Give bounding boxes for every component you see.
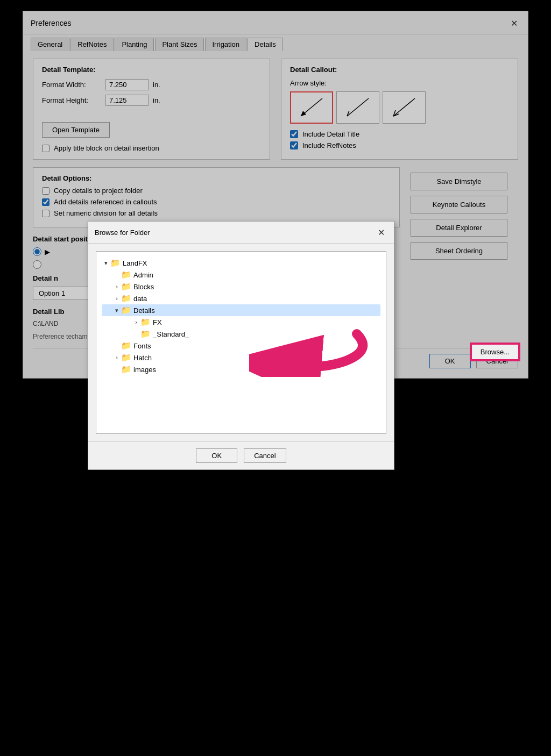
tree-label-data: data: [133, 295, 147, 303]
folder-icon-images: 📁: [121, 365, 131, 374]
browse-footer: OK Cancel: [88, 441, 394, 469]
tree-item-hatch[interactable]: › 📁 Hatch: [102, 352, 380, 363]
tree-item-details[interactable]: ▾ 📁 Details: [102, 304, 380, 316]
browse-cancel-button[interactable]: Cancel: [244, 448, 286, 463]
tree-item-standard[interactable]: 📁 _Standard_: [102, 328, 380, 340]
expand-hatch: ›: [112, 354, 121, 361]
tree-item-admin[interactable]: 📁 Admin: [102, 269, 380, 281]
tree-item-data[interactable]: › 📁 data: [102, 293, 380, 304]
folder-icon-admin: 📁: [121, 270, 131, 280]
folder-icon-data: 📁: [121, 294, 131, 303]
folder-icon-fonts: 📁: [121, 341, 131, 351]
folder-icon-details: 📁: [121, 305, 131, 315]
tree-item-fonts[interactable]: 📁 Fonts: [102, 340, 380, 352]
preferences-dialog: Preferences ✕ General RefNotes Planting …: [23, 11, 528, 379]
browse-button[interactable]: Browse...: [471, 344, 519, 360]
folder-tree: ▾ 📁 LandFX 📁 Admin › 📁 Blocks › 📁 data: [96, 251, 386, 434]
folder-icon-fx: 📁: [140, 317, 151, 327]
folder-icon-hatch: 📁: [121, 353, 131, 362]
tree-label-blocks: Blocks: [133, 283, 154, 291]
tree-item-images[interactable]: 📁 images: [102, 363, 380, 375]
folder-icon-standard: 📁: [140, 329, 151, 339]
tree-label-hatch: Hatch: [133, 354, 152, 362]
browse-titlebar: Browse for Folder ✕: [88, 222, 394, 244]
tree-label-landfx: LandFX: [123, 259, 147, 267]
expand-details: ▾: [112, 307, 121, 314]
expand-blocks: ›: [112, 283, 121, 290]
folder-icon-landfx: 📁: [110, 258, 121, 268]
expand-fx: ›: [132, 319, 140, 325]
browse-close-button[interactable]: ✕: [375, 226, 387, 239]
tree-label-images: images: [133, 366, 156, 374]
browse-for-folder-dialog: Browse for Folder ✕ ▾ 📁 LandFX 📁 Admin ›…: [88, 221, 394, 470]
browse-button-container: Browse...: [471, 344, 519, 360]
browse-title: Browse for Folder: [95, 229, 150, 237]
browse-ok-button[interactable]: OK: [196, 448, 237, 463]
tree-item-fx[interactable]: › 📁 FX: [102, 316, 380, 328]
tree-item-blocks[interactable]: › 📁 Blocks: [102, 281, 380, 293]
expand-landfx: ▾: [102, 260, 110, 267]
tree-label-details: Details: [133, 306, 155, 315]
folder-icon-blocks: 📁: [121, 282, 131, 291]
tree-label-standard: _Standard_: [153, 330, 189, 338]
tree-label-fx: FX: [153, 318, 162, 326]
tree-item-landfx[interactable]: ▾ 📁 LandFX: [102, 257, 380, 269]
tree-label-admin: Admin: [133, 271, 153, 279]
expand-data: ›: [112, 295, 121, 302]
tree-label-fonts: Fonts: [133, 342, 151, 350]
